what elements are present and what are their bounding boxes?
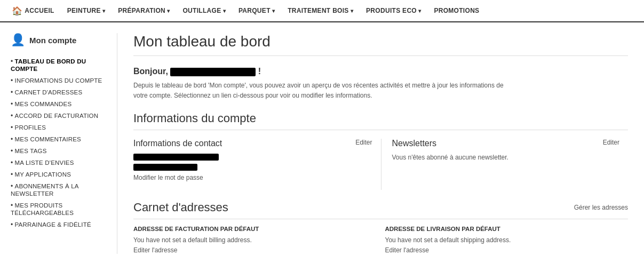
newsletter-description: Vous n'êtes abonné à aucune newsletter. bbox=[392, 154, 620, 161]
sidebar-link-ma-liste-envies[interactable]: MA LISTE D'ENVIES bbox=[15, 160, 74, 166]
nav-accueil[interactable]: 🏠 ACCUEIL bbox=[5, 6, 61, 16]
sidebar-item-mes-commentaires[interactable]: MES COMMENTAIRES bbox=[11, 133, 106, 145]
sidebar-link-mes-commandes[interactable]: MES COMMANDES bbox=[15, 101, 72, 107]
sidebar-item-carnet-adresses[interactable]: CARNET D'ADRESSES bbox=[11, 86, 106, 98]
sidebar-link-mes-produits-telechargeables[interactable]: MES PRODUITS TÉLÉCHARGEABLES bbox=[11, 202, 74, 216]
contact-info-box: Informations de contact Editer Modifier … bbox=[133, 139, 381, 190]
greeting: Bonjour, ! bbox=[133, 67, 628, 76]
page-title: Mon tableau de bord bbox=[133, 33, 628, 56]
sidebar-link-mes-commentaires[interactable]: MES COMMENTAIRES bbox=[15, 136, 81, 142]
sidebar-item-accord-facturation[interactable]: ACCORD DE FACTURATION bbox=[11, 110, 106, 122]
sidebar-link-accord-facturation[interactable]: ACCORD DE FACTURATION bbox=[15, 113, 99, 119]
sidebar-link-abonnements-newsletter[interactable]: ABONNEMENTS À LA NEWSLETTER bbox=[11, 183, 78, 197]
modify-password-link[interactable]: Modifier le mot de passe bbox=[133, 174, 203, 181]
nav-promotions[interactable]: PROMOTIONS bbox=[427, 7, 486, 14]
billing-address-box: ADRESSE DE FACTURATION PAR DÉFAUT You ha… bbox=[133, 226, 377, 254]
newsletter-edit-link[interactable]: Editer bbox=[603, 139, 619, 146]
sidebar-link-carnet-adresses[interactable]: CARNET D'ADRESSES bbox=[15, 89, 83, 95]
nav-peinture[interactable]: PEINTURE bbox=[61, 7, 112, 14]
sidebar-menu: TABLEAU DE BORD DU COMPTE INFORMATIONS D… bbox=[11, 55, 106, 230]
home-icon: 🏠 bbox=[12, 6, 22, 16]
greeting-name-redacted bbox=[170, 68, 256, 76]
nav-produits-eco[interactable]: PRODUITS ECO bbox=[360, 7, 427, 14]
carnet-header: Carnet d'adresses Gérer les adresses bbox=[133, 201, 628, 219]
sidebar-link-mes-tags[interactable]: MES TAGS bbox=[15, 148, 47, 154]
sidebar-item-mes-produits-telechargeables[interactable]: MES PRODUITS TÉLÉCHARGEABLES bbox=[11, 200, 106, 219]
billing-edit-link[interactable]: Editer l'adresse bbox=[133, 246, 177, 254]
contact-info-title: Informations de contact bbox=[133, 139, 222, 148]
modify-password-link-container: Modifier le mot de passe bbox=[133, 174, 372, 181]
contact-edit-link[interactable]: Editer bbox=[355, 139, 372, 146]
greeting-suffix: ! bbox=[258, 67, 261, 76]
shipping-not-set: You have not set a default shipping addr… bbox=[385, 236, 629, 244]
informations-compte-title: Informations du compte bbox=[133, 111, 628, 130]
sidebar-account-label: Mon compte bbox=[29, 36, 76, 45]
newsletter-title: Newsletters bbox=[392, 139, 437, 148]
newsletter-box: Newsletters Editer Vous n'êtes abonné à … bbox=[381, 139, 629, 190]
sidebar-link-my-applications[interactable]: MY APPLICATIONS bbox=[15, 171, 71, 178]
sidebar-link-tableau-de-bord[interactable]: TABLEAU DE BORD DU COMPTE bbox=[11, 58, 86, 72]
main-content: Mon tableau de bord Bonjour, ! Depuis le… bbox=[117, 33, 644, 254]
sidebar: 👤 Mon compte TABLEAU DE BORD DU COMPTE I… bbox=[0, 33, 117, 254]
sidebar-item-my-applications[interactable]: MY APPLICATIONS bbox=[11, 169, 106, 180]
nav-accueil-label: ACCUEIL bbox=[25, 7, 54, 14]
sidebar-item-ma-liste-envies[interactable]: MA LISTE D'ENVIES bbox=[11, 157, 106, 169]
nav-traitement-bois[interactable]: TRAITEMENT BOIS bbox=[281, 7, 360, 14]
newsletter-header: Newsletters Editer bbox=[392, 139, 620, 148]
carnet-adresses-section: Carnet d'adresses Gérer les adresses ADR… bbox=[133, 201, 628, 254]
sidebar-link-profiles[interactable]: PROFILES bbox=[15, 124, 46, 131]
address-grid: ADRESSE DE FACTURATION PAR DÉFAUT You ha… bbox=[133, 226, 628, 254]
sidebar-link-informations-compte[interactable]: INFORMATIONS DU COMPTE bbox=[15, 77, 102, 84]
manage-addresses-link[interactable]: Gérer les adresses bbox=[574, 204, 628, 211]
billing-address-title: ADRESSE DE FACTURATION PAR DÉFAUT bbox=[133, 226, 377, 232]
sidebar-account: 👤 Mon compte bbox=[11, 33, 106, 47]
account-icon: 👤 bbox=[11, 33, 25, 47]
sidebar-item-tableau-de-bord[interactable]: TABLEAU DE BORD DU COMPTE bbox=[11, 55, 106, 75]
greeting-prefix: Bonjour, bbox=[133, 67, 168, 76]
carnet-title: Carnet d'adresses bbox=[133, 201, 228, 214]
info-grid: Informations de contact Editer Modifier … bbox=[133, 139, 628, 190]
nav-outillage[interactable]: OUTILLAGE bbox=[176, 7, 232, 14]
greeting-description: Depuis le tableau de bord 'Mon compte', … bbox=[133, 81, 507, 101]
sidebar-item-parrainage-fidelite[interactable]: PARRAINAGE & FIDÉLITÉ bbox=[11, 219, 106, 230]
contact-info-header: Informations de contact Editer bbox=[133, 139, 372, 148]
sidebar-item-mes-commandes[interactable]: MES COMMANDES bbox=[11, 98, 106, 110]
nav-preparation[interactable]: PRÉPARATION bbox=[112, 7, 176, 14]
shipping-edit-link[interactable]: Editer l'adresse bbox=[385, 246, 429, 254]
billing-not-set: You have not set a default billing addre… bbox=[133, 236, 377, 244]
nav-parquet[interactable]: PARQUET bbox=[232, 7, 281, 14]
content-wrapper: 👤 Mon compte TABLEAU DE BORD DU COMPTE I… bbox=[0, 22, 644, 265]
sidebar-item-abonnements-newsletter[interactable]: ABONNEMENTS À LA NEWSLETTER bbox=[11, 180, 106, 200]
sidebar-item-mes-tags[interactable]: MES TAGS bbox=[11, 145, 106, 157]
shipping-address-box: ADRESSE DE LIVRAISON PAR DÉFAUT You have… bbox=[385, 226, 629, 254]
contact-email-redacted bbox=[133, 164, 197, 171]
sidebar-item-informations-compte[interactable]: INFORMATIONS DU COMPTE bbox=[11, 75, 106, 86]
contact-name-redacted bbox=[133, 154, 219, 161]
sidebar-item-profiles[interactable]: PROFILES bbox=[11, 122, 106, 133]
top-navigation: 🏠 ACCUEIL PEINTURE PRÉPARATION OUTILLAGE… bbox=[0, 0, 644, 22]
sidebar-link-parrainage-fidelite[interactable]: PARRAINAGE & FIDÉLITÉ bbox=[15, 221, 91, 228]
shipping-address-title: ADRESSE DE LIVRAISON PAR DÉFAUT bbox=[385, 226, 629, 232]
